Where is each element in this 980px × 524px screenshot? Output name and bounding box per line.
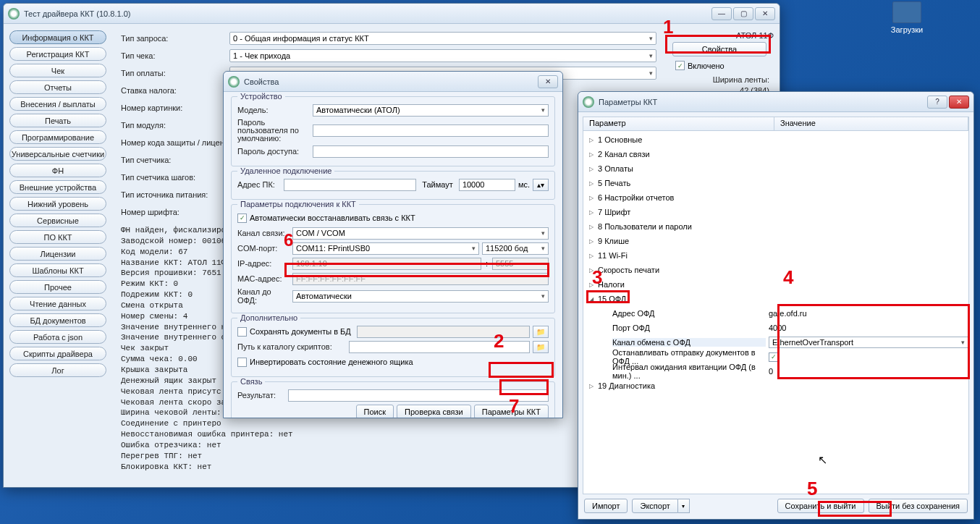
sidebar-item[interactable]: Внешние устройства xyxy=(9,180,106,194)
params-titlebar[interactable]: Параметры ККТ ? ✕ xyxy=(578,92,973,112)
label: Пароль пользователя по умолчанию: xyxy=(237,119,310,143)
tree-node[interactable]: ▷ Налоги xyxy=(583,277,968,292)
tree-node[interactable]: ▷3 Оплаты xyxy=(583,161,968,176)
check-conn-button[interactable]: Проверка связи xyxy=(397,405,471,418)
close-button[interactable]: ✕ xyxy=(755,7,775,20)
sidebar-item[interactable]: ПО ККТ xyxy=(9,230,106,244)
label: Тип чека: xyxy=(121,51,229,60)
export-dropdown[interactable]: ▾ xyxy=(678,499,690,513)
ip-port-input[interactable]: 5555 xyxy=(492,258,549,270)
sidebar-item[interactable]: БД документов xyxy=(9,313,106,327)
main-titlebar[interactable]: Тест драйвера ККТ (10.8.1.0) — ▢ ✕ xyxy=(4,4,780,24)
sidebar-item[interactable]: Шаблоны ККТ xyxy=(9,263,106,277)
props-titlebar[interactable]: Свойства ✕ xyxy=(224,72,562,92)
kkt-params-window: Параметры ККТ ? ✕ Параметр Значение ▷1 О… xyxy=(578,91,974,520)
db-path-input[interactable] xyxy=(357,326,530,338)
ofd-channel-value-combo[interactable]: EthernetOverTransport xyxy=(769,337,968,348)
sidebar-item[interactable]: Скрипты драйвера xyxy=(9,347,106,360)
channel-combo[interactable]: COM / VCOM xyxy=(292,227,549,240)
minimize-button[interactable]: — xyxy=(711,7,732,20)
help-button[interactable]: ? xyxy=(927,96,947,109)
maximize-button[interactable]: ▢ xyxy=(733,7,753,20)
cursor-icon: ↖ xyxy=(818,453,827,467)
invert-drawer-checkbox[interactable] xyxy=(237,358,247,367)
properties-dialog: Свойства ✕ Устройство Модель:Автоматичес… xyxy=(223,71,563,418)
exit-no-save-button[interactable]: Выйти без сохранения xyxy=(869,499,968,513)
tree-node[interactable]: ▷11 Wi-Fi xyxy=(583,248,968,263)
tree-node[interactable]: ▷5 Печать xyxy=(583,176,968,190)
import-button[interactable]: Импорт xyxy=(584,499,628,513)
sidebar-item[interactable]: Чтение данных xyxy=(9,297,106,310)
group-device: Устройство xyxy=(237,92,285,101)
receipt-type-combo[interactable]: 1 - Чек прихода xyxy=(229,49,656,62)
tree-node[interactable]: ▷1 Основные xyxy=(583,132,968,147)
tree-node[interactable]: ▷8 Пользователи и пароли xyxy=(583,219,968,234)
access-pwd-input[interactable] xyxy=(313,145,549,158)
search-button[interactable]: Поиск xyxy=(356,405,394,418)
desktop-downloads[interactable]: Загрузки xyxy=(882,1,932,34)
sidebar-item[interactable]: Чек xyxy=(9,64,106,77)
label: Результат: xyxy=(237,391,285,400)
tree-node[interactable]: ▷9 Клише xyxy=(583,234,968,248)
ip-input[interactable]: 168.1.10 xyxy=(292,258,481,270)
tree-item[interactable]: Интервал ожидания квитанции ОФД (в мин.)… xyxy=(583,364,968,379)
main-title: Тест драйвера ККТ (10.8.1.0) xyxy=(24,9,711,18)
sidebar-item[interactable]: Универсальные счетчики xyxy=(9,147,106,161)
kkt-params-button[interactable]: Параметры ККТ xyxy=(474,405,549,418)
close-button[interactable]: ✕ xyxy=(949,96,969,109)
model-combo[interactable]: Автоматически (АТОЛ) xyxy=(313,104,549,117)
props-title: Свойства xyxy=(244,77,538,86)
user-pwd-input[interactable] xyxy=(313,124,549,137)
params-tree[interactable]: ▷1 Основные▷2 Канал связи▷3 Оплаты▷5 Печ… xyxy=(583,131,969,494)
sidebar: Информация о ККТРегистрация ККТЧекОтчеты… xyxy=(4,24,112,487)
sidebar-item[interactable]: Регистрация ККТ xyxy=(9,47,106,61)
mac-input[interactable]: FF:FF:FF:FF:FF:FF xyxy=(292,273,549,285)
model-readout: АТОЛ 11Ф xyxy=(672,31,774,40)
label: мс. xyxy=(518,180,530,189)
tree-node-ofd[interactable]: ◢15 ОФД xyxy=(583,292,968,306)
sidebar-item[interactable]: Информация о ККТ xyxy=(9,30,106,44)
sidebar-item[interactable]: Лицензии xyxy=(9,247,106,261)
close-button[interactable]: ✕ xyxy=(538,75,558,88)
tree-item[interactable]: Адрес ОФДgate.ofd.ru xyxy=(583,306,968,321)
ofd-stop-checkbox[interactable]: ✓ xyxy=(769,352,778,362)
width-label: Ширина ленты: xyxy=(672,75,769,85)
tree-node[interactable]: ▷ Скорость печати xyxy=(583,263,968,277)
tree-node[interactable]: ▷6 Настройки отчетов xyxy=(583,190,968,205)
tree-item[interactable]: Останавливать отправку документов в ОФД … xyxy=(583,350,968,364)
properties-button[interactable]: Свойства xyxy=(672,42,766,56)
browse-button[interactable]: 📁 xyxy=(533,326,549,338)
sidebar-item[interactable]: Программирование xyxy=(9,130,106,144)
sidebar-item[interactable]: Лог xyxy=(9,363,106,377)
timeout-spin[interactable]: ▴▾ xyxy=(533,179,549,191)
save-docs-checkbox[interactable] xyxy=(237,327,247,337)
scripts-path-input[interactable] xyxy=(349,341,530,353)
browse-button[interactable]: 📁 xyxy=(533,341,549,353)
tree-item[interactable]: Порт ОФД4000 xyxy=(583,321,968,335)
tree-node[interactable]: ▷19 Диагностика xyxy=(583,379,968,393)
enabled-checkbox[interactable]: ✓ xyxy=(675,61,685,70)
sidebar-item[interactable]: Отчеты xyxy=(9,80,106,94)
ofd-channel-combo[interactable]: Автоматически xyxy=(292,290,549,303)
tree-item[interactable]: Канал обмена с ОФДEthernetOverTransport xyxy=(583,335,968,350)
export-button[interactable]: Экспорт xyxy=(632,499,677,513)
sidebar-item[interactable]: Нижний уровень xyxy=(9,197,106,211)
sidebar-item[interactable]: Работа с json xyxy=(9,330,106,344)
label: Путь к каталогу скриптов: xyxy=(237,342,346,351)
pc-addr-input[interactable] xyxy=(284,179,416,191)
request-type-combo[interactable]: 0 - Общая информация и статус ККТ xyxy=(229,32,656,45)
sidebar-item[interactable]: Печать xyxy=(9,114,106,127)
tree-node[interactable]: ▷2 Канал связи xyxy=(583,147,968,161)
sidebar-item[interactable]: ФН xyxy=(9,164,106,177)
tree-node[interactable]: ▷7 Шрифт xyxy=(583,205,968,219)
baud-combo[interactable]: 115200 бод xyxy=(482,242,549,255)
sidebar-item[interactable]: Прочее xyxy=(9,280,106,294)
save-exit-button[interactable]: Сохранить и выйти xyxy=(777,499,864,513)
com-port-combo[interactable]: COM11: FPrintUSB0 xyxy=(292,242,479,255)
sidebar-item[interactable]: Сервисные xyxy=(9,214,106,227)
timeout-input[interactable]: 10000 xyxy=(459,179,515,191)
params-title: Параметры ККТ xyxy=(599,98,927,106)
auto-restore-checkbox[interactable]: ✓ xyxy=(237,214,247,223)
label: Канал связи: xyxy=(237,229,290,237)
sidebar-item[interactable]: Внесения / выплаты xyxy=(9,97,106,111)
